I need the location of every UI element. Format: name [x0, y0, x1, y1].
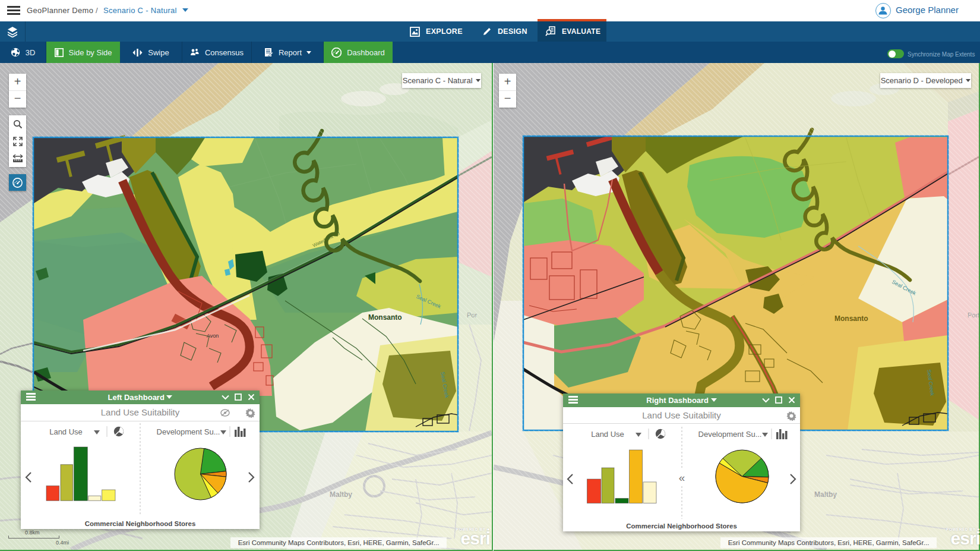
- svg-text:Land Use: Land Use: [591, 430, 624, 439]
- svg-text:Development Su...: Development Su...: [157, 427, 220, 436]
- svg-text:Land Use: Land Use: [49, 427, 83, 436]
- svg-text:Monsanto: Monsanto: [834, 314, 868, 323]
- svg-text:Avon: Avon: [207, 333, 219, 339]
- svg-text:Development Su...: Development Su...: [698, 430, 762, 439]
- svg-text:«: «: [679, 471, 685, 484]
- svg-text:Monsanto: Monsanto: [368, 313, 402, 322]
